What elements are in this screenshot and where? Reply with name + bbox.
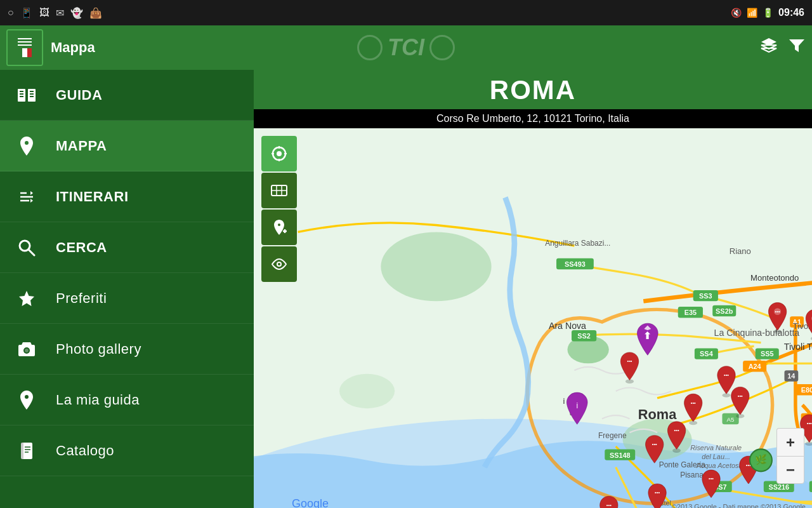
bag-icon: 👜	[89, 7, 102, 19]
svg-text:Fregene: Fregene	[598, 431, 627, 440]
ghost-icon: 👻	[70, 7, 83, 19]
gps-button[interactable]	[261, 136, 297, 171]
svg-text:🌿: 🌿	[755, 453, 768, 465]
sidebar-item-cerca-label: CERCA	[56, 239, 107, 256]
svg-marker-15	[30, 191, 33, 195]
main-layout: GUIDA MAPPA ITINERARI	[0, 70, 812, 508]
sidebar-item-itinerari-label: ITINERARI	[56, 189, 129, 205]
svg-text:•••: •••	[627, 358, 632, 364]
svg-text:SS2b: SS2b	[716, 307, 733, 315]
svg-rect-23	[21, 443, 23, 459]
tci-wheel-right	[429, 35, 455, 60]
sidebar-item-preferiti[interactable]: Preferiti	[0, 273, 254, 324]
sidebar-item-mappa-label: MAPPA	[56, 138, 107, 154]
battery-icon: 🔋	[763, 8, 773, 18]
svg-text:SS216: SS216	[768, 483, 789, 491]
sidebar-item-itinerari[interactable]: ITINERARI	[0, 171, 254, 222]
svg-text:•••: •••	[709, 476, 714, 481]
svg-marker-2	[761, 48, 776, 52]
svg-text:Roma: Roma	[638, 406, 677, 422]
svg-text:E80: E80	[801, 386, 812, 394]
alarm-icon: ○	[8, 7, 14, 18]
svg-marker-16	[30, 199, 33, 203]
svg-text:⬆: ⬆	[643, 330, 652, 341]
location-add-button[interactable]	[261, 210, 297, 245]
zoom-out-button[interactable]: −	[776, 456, 804, 484]
svg-text:i: i	[563, 396, 565, 406]
svg-text:•••: •••	[606, 502, 612, 508]
svg-text:•••: •••	[775, 309, 780, 314]
google-attribution: Google	[292, 497, 329, 508]
svg-text:Tivoli Terme: Tivoli Terme	[784, 342, 812, 352]
svg-text:E35: E35	[684, 309, 697, 316]
layers-button[interactable]	[760, 37, 778, 59]
phone-icon: 📱	[20, 7, 33, 19]
svg-text:SS5: SS5	[761, 350, 774, 358]
svg-text:SS148: SS148	[610, 451, 631, 459]
sidebar-item-catalogo-label: Catalogo	[56, 443, 114, 459]
svg-point-32	[339, 374, 395, 408]
svg-text:La Cinquina-bufalotta: La Cinquina-bufalotta	[714, 328, 800, 338]
svg-text:i: i	[576, 401, 578, 410]
time-display: 09:46	[778, 7, 804, 18]
svg-text:•••: •••	[724, 372, 729, 378]
svg-text:A5: A5	[727, 416, 735, 423]
svg-text:SS4: SS4	[700, 350, 713, 358]
svg-text:Acqua Acetosa: Acqua Acetosa	[696, 462, 743, 469]
book-icon	[13, 88, 41, 103]
zoom-controls: + −	[776, 428, 804, 484]
svg-text:Riano: Riano	[730, 246, 751, 256]
svg-text:•••: •••	[738, 393, 743, 399]
mute-icon: 🔇	[731, 8, 742, 18]
book-small-icon	[13, 442, 41, 460]
map-view-button[interactable]	[261, 173, 297, 208]
svg-marker-3	[789, 39, 804, 52]
sidebar-item-catalogo[interactable]: Catalogo	[0, 425, 254, 476]
svg-text:•••: •••	[807, 420, 812, 426]
camera-icon	[13, 341, 41, 358]
search-icon	[13, 239, 41, 257]
top-bar-actions	[760, 37, 806, 59]
sidebar: GUIDA MAPPA ITINERARI	[0, 70, 254, 508]
zoom-in-button[interactable]: +	[776, 428, 804, 456]
location-icon	[13, 389, 41, 411]
svg-point-21	[25, 349, 29, 352]
map-svg: SS493 SS3 E35 SS2 SS4 SS5 14 A24 A1	[254, 128, 812, 508]
sidebar-item-mappa[interactable]: MAPPA	[0, 121, 254, 171]
map-pin-icon	[13, 135, 41, 157]
svg-text:•••: •••	[691, 400, 696, 406]
status-right: 🔇 📶 🔋 09:46	[731, 7, 804, 18]
sidebar-item-cerca[interactable]: CERCA	[0, 222, 254, 273]
svg-marker-19	[19, 291, 34, 306]
sidebar-item-preferiti-label: Preferiti	[56, 290, 107, 307]
svg-text:Ara Nova: Ara Nova	[549, 321, 586, 331]
map-city-name: ROMA	[254, 75, 812, 105]
sidebar-item-photo-gallery-label: Photo gallery	[56, 341, 141, 358]
status-bar: ○ 📱 🖼 ✉ 👻 👜 🔇 📶 🔋 09:46	[0, 0, 812, 25]
sidebar-item-la-mia-guida[interactable]: La mia guida	[0, 375, 254, 425]
status-icons-left: ○ 📱 🖼 ✉ 👻 👜	[8, 7, 102, 19]
svg-text:del Lau...: del Lau...	[702, 453, 730, 460]
svg-line-18	[29, 250, 34, 255]
filter-button[interactable]	[788, 37, 806, 59]
svg-text:Monteotondo: Monteotondo	[750, 273, 799, 283]
svg-point-130	[277, 151, 282, 156]
app-logo	[6, 29, 43, 66]
eye-button[interactable]	[261, 246, 297, 282]
top-bar: Mappa TCI	[0, 25, 812, 70]
sidebar-item-photo-gallery[interactable]: Photo gallery	[0, 324, 254, 375]
tci-wheel-left	[357, 35, 383, 60]
star-icon	[13, 290, 41, 307]
svg-point-142	[278, 263, 280, 265]
sidebar-item-guida[interactable]: GUIDA	[0, 70, 254, 121]
svg-text:•••: •••	[674, 427, 679, 433]
wifi-icon: 📶	[747, 8, 757, 18]
map-address-bar: Corso Re Umberto, 12, 10121 Torino, Ital…	[254, 109, 812, 128]
svg-text:•••: •••	[655, 490, 660, 495]
svg-point-29	[381, 232, 491, 301]
svg-text:SS493: SS493	[565, 260, 586, 268]
svg-text:Riserva Naturale: Riserva Naturale	[690, 444, 742, 451]
map-controls	[261, 136, 297, 282]
map-container[interactable]: SS493 SS3 E35 SS2 SS4 SS5 14 A24 A1	[254, 128, 812, 508]
route-icon	[13, 188, 41, 206]
